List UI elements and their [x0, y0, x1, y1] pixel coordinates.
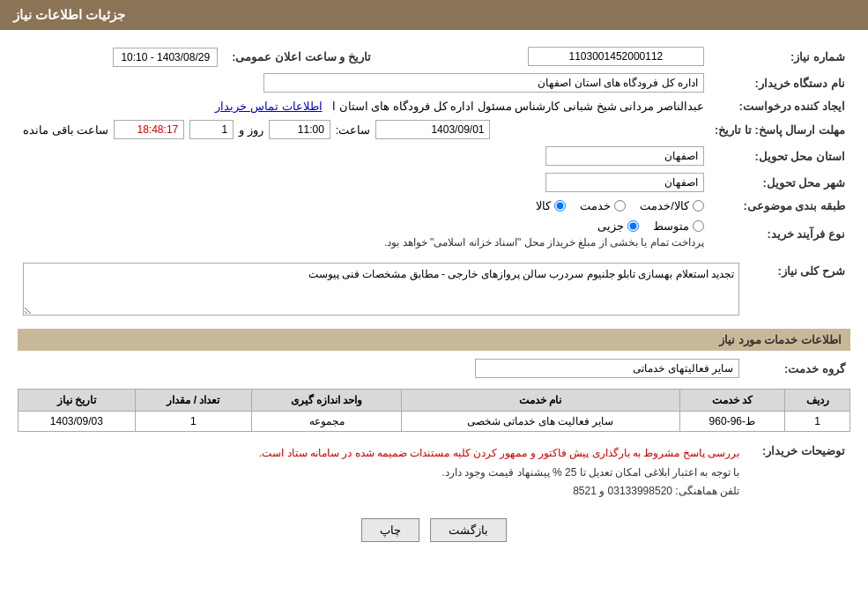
col-header-count: تعداد / مقدار	[135, 390, 252, 412]
services-header: اطلاعات خدمات مورد نیاز	[18, 329, 850, 351]
col-header-unit: واحد اندازه گیری	[252, 390, 402, 412]
process-jozei-radio[interactable]: جزیی	[597, 219, 639, 233]
buyer-notes-content: بررسی پاسخ مشروط به بارگذاری پیش فاکتور …	[18, 441, 745, 505]
type-khedmat-radio[interactable]: خدمت	[580, 199, 626, 212]
deadline-date[interactable]: 1403/09/01	[375, 120, 490, 139]
city-input[interactable]: اصفهان	[545, 173, 704, 192]
buyer-notes-line1: بررسی پاسخ مشروط به بارگذاری پیش فاکتور …	[259, 447, 739, 459]
table-cell-count: 1	[135, 412, 252, 432]
deadline-label: مهلت ارسال پاسخ: تا تاریخ:	[709, 116, 850, 143]
creator-value: عبدالناصر مردانی شیخ شبانی کارشناس مسئول…	[18, 96, 709, 116]
province-label: استان محل تحویل:	[709, 143, 850, 169]
deadline-time-label: ساعت:	[336, 123, 371, 137]
col-header-name: نام خدمت	[402, 390, 680, 412]
process-note: پرداخت تمام یا بخشی از مبلغ خریداز محل "…	[23, 236, 704, 249]
buyer-notes-text: بررسی پاسخ مشروط به بارگذاری پیش فاکتور …	[23, 444, 739, 501]
creator-label: ایجاد کننده درخواست:	[709, 96, 850, 116]
city-label: شهر محل تحویل:	[709, 169, 850, 196]
service-group-input[interactable]: سایر فعالیتهای خدماتی	[475, 359, 739, 378]
buyer-notes-table: توضیحات خریدار: بررسی پاسخ مشروط به بارگ…	[18, 441, 850, 505]
back-button[interactable]: بازگشت	[430, 518, 507, 542]
type-khedmat-label: خدمت	[580, 199, 611, 212]
province-input[interactable]: اصفهان	[545, 146, 704, 166]
remaining-label: ساعت باقی مانده	[23, 123, 108, 137]
type-row: کالا/خدمت خدمت کالا	[18, 196, 709, 216]
announce-date: 1403/08/29 - 10:10	[113, 48, 218, 67]
shomara-value: 1103001452000112	[376, 43, 709, 70]
deadline-time[interactable]: 11:00	[269, 120, 330, 139]
process-jozei-label: جزیی	[597, 219, 624, 233]
description-textarea[interactable]: تجدید استعلام بهسازی تابلو جلنیوم سردرب …	[23, 263, 739, 316]
description-value: تجدید استعلام بهسازی تابلو جلنیوم سردرب …	[18, 259, 745, 322]
table-cell-name: سایر فعالیت های خدماتی شخصی	[402, 412, 680, 432]
remaining-time: 18:48:17	[114, 120, 184, 139]
deadline-days[interactable]: 1	[189, 120, 234, 139]
print-button[interactable]: چاپ	[361, 518, 419, 542]
table-cell-date: 1403/09/03	[19, 412, 136, 432]
process-row: متوسط جزیی پرداخت تمام یا بخشی از مبلغ خ…	[18, 216, 709, 252]
buyer-notes-label: توضیحات خریدار:	[745, 441, 850, 505]
content-area: شماره نیاز: 1103001452000112 تاریخ و ساع…	[0, 30, 868, 568]
table-row: 1ط-96-960سایر فعالیت های خدماتی شخصیمجمو…	[19, 412, 850, 432]
type-kala-khedmat-label: کالا/خدمت	[640, 199, 689, 212]
service-group-table: گروه خدمت: سایر فعالیتهای خدماتی	[18, 355, 850, 382]
type-kala-label: کالا	[536, 199, 551, 212]
province-value: اصفهان	[18, 143, 709, 169]
type-label: طبقه بندی موضوعی:	[709, 196, 850, 216]
shomara-box: 1103001452000112	[528, 47, 704, 66]
bottom-buttons: بازگشت چاپ	[18, 518, 850, 542]
services-table: ردیف کد خدمت نام خدمت واحد اندازه گیری ت…	[18, 389, 850, 432]
col-header-row: ردیف	[785, 390, 850, 412]
description-table: شرح کلی نیاز: تجدید استعلام بهسازی تابلو…	[18, 259, 850, 322]
page-container: جزئیات اطلاعات نیاز شماره نیاز: 11030014…	[0, 0, 868, 609]
page-title: جزئیات اطلاعات نیاز	[13, 7, 125, 22]
contact-link[interactable]: اطلاعات تماس خریدار	[215, 100, 322, 113]
page-header: جزئیات اطلاعات نیاز	[0, 0, 868, 30]
description-label: شرح کلی نیاز:	[745, 259, 850, 322]
type-kala-radio[interactable]: کالا	[536, 199, 566, 212]
col-header-date: تاریخ نیاز	[19, 390, 136, 412]
col-header-code: کد خدمت	[679, 390, 784, 412]
creator-text: عبدالناصر مردانی شیخ شبانی کارشناس مسئول…	[332, 100, 704, 113]
process-motavaset-radio[interactable]: متوسط	[653, 219, 704, 233]
table-cell-code: ط-96-960	[679, 412, 784, 432]
announce-value-cell: 1403/08/29 - 10:10	[18, 43, 223, 70]
service-group-label: گروه خدمت:	[745, 355, 850, 382]
type-kala-khedmat-radio[interactable]: کالا/خدمت	[640, 199, 704, 212]
buyer-org-input[interactable]: اداره کل فرودگاه های استان اصفهان	[263, 73, 704, 93]
deadline-row: 1403/09/01 ساعت: 11:00 روز و 1 18:48:17 …	[18, 116, 709, 143]
buyer-notes-line2: با توجه به اعتبار ابلاغی امکان تعدیل تا …	[441, 466, 739, 479]
process-label: نوع فرآیند خرید:	[709, 216, 850, 252]
buyer-org-label: نام دستگاه خریدار:	[709, 70, 850, 96]
shomara-label: شماره نیاز:	[709, 43, 850, 70]
buyer-notes-line3: تلفن هماهنگی: 03133998520 و 8521	[573, 485, 739, 497]
deadline-day-label: روز و	[239, 123, 263, 137]
city-value: اصفهان	[18, 169, 709, 196]
service-group-value: سایر فعالیتهای خدماتی	[18, 355, 745, 382]
buyer-org-value: اداره کل فرودگاه های استان اصفهان	[18, 70, 709, 96]
table-cell-row: 1	[785, 412, 850, 432]
process-motavaset-label: متوسط	[653, 219, 689, 233]
announce-label: تاریخ و ساعت اعلان عمومی:	[223, 43, 376, 70]
info-table: شماره نیاز: 1103001452000112 تاریخ و ساع…	[18, 43, 850, 252]
table-cell-unit: مجموعه	[252, 412, 402, 432]
